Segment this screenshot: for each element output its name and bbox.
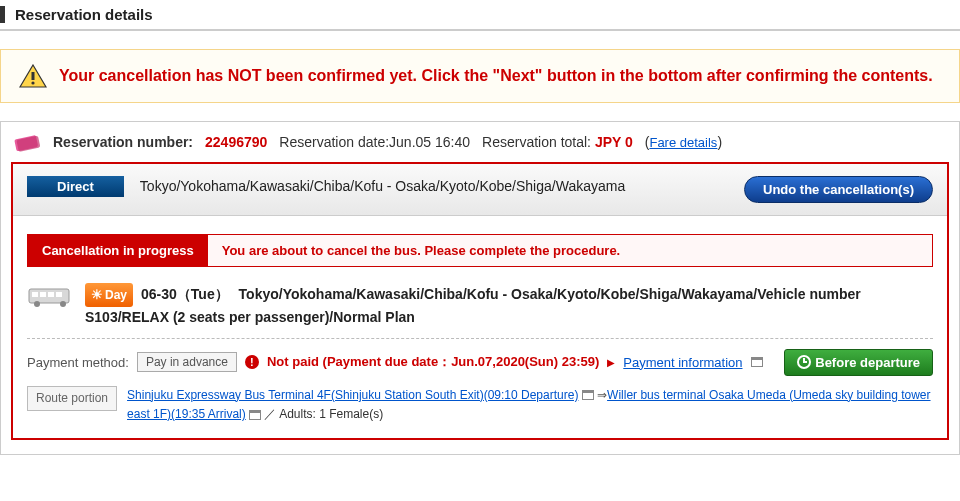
ticket-icon bbox=[13, 132, 41, 152]
reservation-panel: Reservation number: 22496790 Reservation… bbox=[0, 121, 960, 455]
page-title: Reservation details bbox=[0, 6, 960, 23]
svg-rect-0 bbox=[32, 72, 35, 80]
not-paid-text: Not paid (Payment due date：Jun.07,2020(S… bbox=[267, 353, 599, 371]
reservation-number-label: Reservation number: bbox=[53, 134, 193, 150]
page-title-section: Reservation details bbox=[0, 0, 960, 31]
panel-bottom-spacer bbox=[11, 440, 949, 446]
passengers-text: Adults: 1 Female(s) bbox=[279, 407, 383, 421]
trip-description: ☀Day06-30（Tue） Tokyo/Yokohama/Kawasaki/C… bbox=[85, 283, 933, 328]
sun-icon: ☀ bbox=[91, 285, 103, 305]
svg-rect-5 bbox=[32, 292, 38, 297]
svg-rect-3 bbox=[16, 136, 40, 152]
arrow-icon: ▶ bbox=[607, 357, 615, 368]
fare-details-link[interactable]: Fare details bbox=[649, 135, 717, 150]
before-departure-button[interactable]: Before departure bbox=[784, 349, 933, 376]
divider bbox=[27, 338, 933, 339]
reservation-header: Reservation number: 22496790 Reservation… bbox=[1, 122, 959, 162]
svg-rect-6 bbox=[40, 292, 46, 297]
departure-terminal-link[interactable]: Shinjuku Expressway Bus Terminal 4F(Shin… bbox=[127, 388, 578, 402]
route-text: Tokyo/Yokohama/Kawasaki/Chiba/Kofu - Osa… bbox=[140, 176, 744, 197]
svg-rect-8 bbox=[56, 292, 62, 297]
undo-cancellation-button[interactable]: Undo the cancellation(s) bbox=[744, 176, 933, 203]
cancellation-progress-bar: Cancellation in progress You are about t… bbox=[27, 234, 933, 267]
route-box: Direct Tokyo/Yokohama/Kawasaki/Chiba/Kof… bbox=[11, 162, 949, 440]
svg-rect-7 bbox=[48, 292, 54, 297]
route-portion-text: Shinjuku Expressway Bus Terminal 4F(Shin… bbox=[127, 386, 933, 424]
warning-icon bbox=[19, 64, 47, 88]
payment-method-label: Payment method: bbox=[27, 355, 129, 370]
reservation-number-value: 22496790 bbox=[205, 134, 267, 150]
day-badge: ☀Day bbox=[85, 283, 133, 307]
svg-point-10 bbox=[60, 301, 66, 307]
fare-details-wrap: (Fare details) bbox=[645, 134, 722, 150]
new-window-icon bbox=[249, 410, 261, 420]
reservation-date: Reservation date:Jun.05 16:40 bbox=[279, 134, 470, 150]
reservation-total: Reservation total: JPY 0 bbox=[482, 134, 633, 150]
warning-text: Your cancellation has NOT been confirmed… bbox=[59, 67, 933, 85]
new-window-icon bbox=[751, 357, 763, 367]
payment-method-value: Pay in advance bbox=[137, 352, 237, 372]
svg-point-9 bbox=[34, 301, 40, 307]
payment-information-link[interactable]: Payment information bbox=[623, 355, 742, 370]
bus-icon bbox=[27, 285, 75, 309]
arrow-double-icon: ⇒ bbox=[597, 388, 607, 402]
route-header: Direct Tokyo/Yokohama/Kawasaki/Chiba/Kof… bbox=[13, 164, 947, 216]
alert-icon: ! bbox=[245, 355, 259, 369]
route-portion-label: Route portion bbox=[27, 386, 117, 411]
payment-row: Payment method: Pay in advance ! Not pai… bbox=[27, 349, 933, 376]
cancellation-progress-text: You are about to cancel the bus. Please … bbox=[208, 235, 635, 266]
svg-point-1 bbox=[31, 81, 34, 84]
new-window-icon bbox=[582, 390, 594, 400]
trip-date: 06-30（Tue） bbox=[141, 286, 229, 302]
warning-banner: Your cancellation has NOT been confirmed… bbox=[0, 49, 960, 103]
route-body: Cancellation in progress You are about t… bbox=[13, 216, 947, 438]
trip-row: ☀Day06-30（Tue） Tokyo/Yokohama/Kawasaki/C… bbox=[27, 283, 933, 328]
route-portion-row: Route portion Shinjuku Expressway Bus Te… bbox=[27, 386, 933, 424]
clock-icon bbox=[797, 355, 811, 369]
direct-badge: Direct bbox=[27, 176, 124, 197]
cancellation-progress-label: Cancellation in progress bbox=[28, 235, 208, 266]
